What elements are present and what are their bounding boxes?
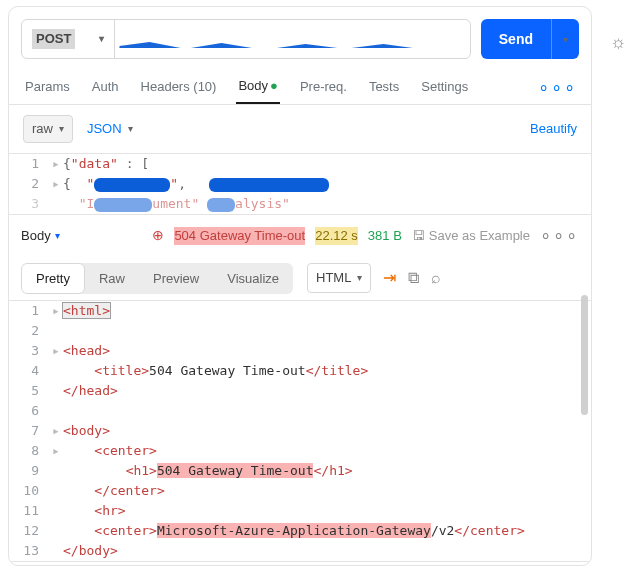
view-raw[interactable]: Raw xyxy=(85,263,139,294)
response-size: 381 B xyxy=(368,227,402,245)
search-icon[interactable]: ⌕ xyxy=(427,263,445,293)
body-subrow: raw ▾ JSON ▾ Beautify xyxy=(9,105,591,153)
view-visualize[interactable]: Visualize xyxy=(213,263,293,294)
method-select[interactable]: POST ▾ xyxy=(22,20,115,58)
scrollbar[interactable] xyxy=(581,295,588,415)
tab-body[interactable]: Body● xyxy=(236,71,280,104)
redaction-scribble xyxy=(94,178,170,192)
redaction-scribble xyxy=(207,198,235,212)
tab-settings[interactable]: Settings xyxy=(419,72,470,104)
send-dropdown[interactable]: ▾ xyxy=(551,19,579,59)
chevron-down-icon: ▾ xyxy=(55,229,60,243)
chevron-down-icon: ▾ xyxy=(128,122,133,136)
chevron-down-icon: ▾ xyxy=(563,34,568,45)
wrap-lines-icon[interactable]: ⇥ xyxy=(383,267,396,289)
send-button[interactable]: Send xyxy=(481,19,551,59)
tab-tests[interactable]: Tests xyxy=(367,72,401,104)
request-panel: POST ▾ Send ▾ Params Auth Headers (10) B… xyxy=(8,6,592,566)
chevron-down-icon: ▾ xyxy=(357,271,362,285)
response-body-editor[interactable]: 1▸<html> 2 3▸<head> 4 <title>504 Gateway… xyxy=(9,300,591,562)
beautify-button[interactable]: Beautify xyxy=(530,120,577,138)
tab-headers[interactable]: Headers (10) xyxy=(139,72,219,104)
method-url-group: POST ▾ xyxy=(21,19,471,59)
view-preview[interactable]: Preview xyxy=(139,263,213,294)
body-mode-select[interactable]: raw ▾ xyxy=(23,115,73,143)
save-icon: 🖫 xyxy=(412,227,425,245)
chevron-down-icon: ▾ xyxy=(99,32,104,46)
unsaved-dot-icon: ● xyxy=(270,78,278,93)
response-header: Body ▾ ⊕ 504 Gateway Time-out 22.12 s 38… xyxy=(9,215,591,256)
response-section-select[interactable]: Body ▾ xyxy=(21,227,60,245)
copy-icon[interactable]: ⧉ xyxy=(404,263,423,293)
request-body-editor[interactable]: 1▸{"data" : [ 2▸{ "", 3 "Iument" alysis" xyxy=(9,153,591,215)
more-icon[interactable]: ∘∘∘ xyxy=(540,223,579,248)
tab-auth[interactable]: Auth xyxy=(90,72,121,104)
view-mode-segment: Pretty Raw Preview Visualize xyxy=(21,263,293,294)
status-badge: 504 Gateway Time-out xyxy=(174,227,305,245)
tab-params[interactable]: Params xyxy=(23,72,72,104)
redaction-scribble xyxy=(209,178,329,192)
url-input[interactable] xyxy=(115,30,469,48)
redaction-scribble xyxy=(119,38,419,48)
send-group: Send ▾ xyxy=(481,19,579,59)
response-time: 22.12 s xyxy=(315,227,358,245)
body-lang-select[interactable]: JSON ▾ xyxy=(87,120,133,138)
more-icon[interactable]: ∘∘∘ xyxy=(538,75,577,100)
response-lang-select[interactable]: HTML▾ xyxy=(307,263,371,293)
method-value: POST xyxy=(32,29,75,49)
request-tabs: Params Auth Headers (10) Body● Pre-req. … xyxy=(9,67,591,105)
redaction-scribble xyxy=(94,198,152,212)
lightbulb-icon[interactable]: ☼ xyxy=(610,30,627,55)
save-example-button[interactable]: 🖫Save as Example xyxy=(412,227,530,245)
tab-prereq[interactable]: Pre-req. xyxy=(298,72,349,104)
response-body: 1▸<html> 2 3▸<head> 4 <title>504 Gateway… xyxy=(9,300,591,562)
chevron-down-icon: ▾ xyxy=(59,122,64,136)
view-pretty[interactable]: Pretty xyxy=(21,263,85,294)
response-view-tabs: Pretty Raw Preview Visualize HTML▾ ⇥ ⧉ ⌕ xyxy=(9,257,591,300)
request-bar: POST ▾ Send ▾ xyxy=(9,7,591,67)
network-error-icon[interactable]: ⊕ xyxy=(152,226,164,246)
